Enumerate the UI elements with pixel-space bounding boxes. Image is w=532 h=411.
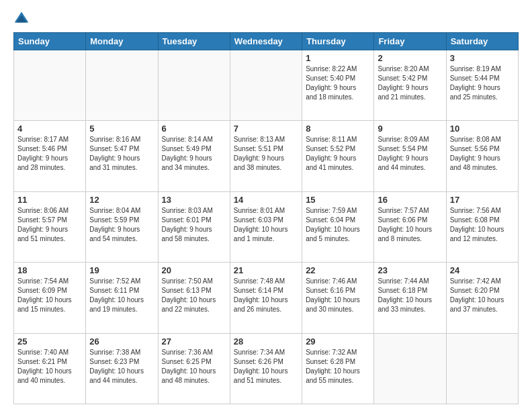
calendar-cell: 17Sunrise: 7:56 AM Sunset: 6:08 PM Dayli…: [446, 191, 518, 262]
calendar-week-1: 1Sunrise: 8:22 AM Sunset: 5:40 PM Daylig…: [14, 50, 519, 121]
calendar-cell: 28Sunrise: 7:34 AM Sunset: 6:26 PM Dayli…: [230, 333, 302, 404]
day-info: Sunrise: 8:03 AM Sunset: 6:01 PM Dayligh…: [162, 206, 226, 244]
calendar-cell: 14Sunrise: 8:01 AM Sunset: 6:03 PM Dayli…: [230, 191, 302, 262]
logo: [13, 11, 32, 27]
calendar-cell: 8Sunrise: 8:11 AM Sunset: 5:52 PM Daylig…: [302, 121, 374, 191]
day-info: Sunrise: 8:22 AM Sunset: 5:40 PM Dayligh…: [306, 64, 370, 102]
day-number: 29: [306, 336, 370, 347]
calendar-cell: [158, 50, 230, 121]
calendar-cell: 4Sunrise: 8:17 AM Sunset: 5:46 PM Daylig…: [14, 121, 86, 191]
weekday-header-thursday: Thursday: [302, 33, 374, 50]
day-number: 27: [162, 336, 226, 347]
day-number: 18: [17, 265, 82, 275]
weekday-header-wednesday: Wednesday: [230, 33, 302, 50]
day-number: 6: [162, 124, 226, 134]
calendar-cell: 27Sunrise: 7:36 AM Sunset: 6:25 PM Dayli…: [158, 333, 230, 404]
day-number: 24: [450, 265, 515, 275]
logo-icon: [13, 11, 30, 27]
day-number: 10: [450, 124, 515, 134]
calendar-cell: 9Sunrise: 8:09 AM Sunset: 5:54 PM Daylig…: [374, 121, 446, 191]
day-info: Sunrise: 7:40 AM Sunset: 6:21 PM Dayligh…: [17, 348, 82, 385]
calendar-cell: [86, 50, 158, 121]
day-number: 25: [17, 336, 82, 347]
calendar-cell: [374, 333, 446, 404]
day-number: 20: [162, 265, 226, 275]
calendar-cell: 12Sunrise: 8:04 AM Sunset: 5:59 PM Dayli…: [86, 191, 158, 262]
day-info: Sunrise: 7:36 AM Sunset: 6:25 PM Dayligh…: [162, 348, 226, 385]
day-number: 23: [378, 265, 442, 275]
calendar-cell: [230, 50, 302, 121]
day-info: Sunrise: 8:17 AM Sunset: 5:46 PM Dayligh…: [17, 135, 82, 173]
day-info: Sunrise: 8:08 AM Sunset: 5:56 PM Dayligh…: [450, 135, 515, 173]
calendar-cell: 10Sunrise: 8:08 AM Sunset: 5:56 PM Dayli…: [446, 121, 518, 191]
weekday-header-sunday: Sunday: [14, 33, 86, 50]
calendar-cell: 1Sunrise: 8:22 AM Sunset: 5:40 PM Daylig…: [302, 50, 374, 121]
calendar-cell: 2Sunrise: 8:20 AM Sunset: 5:42 PM Daylig…: [374, 50, 446, 121]
calendar-cell: [14, 50, 86, 121]
day-number: 22: [306, 265, 370, 275]
day-info: Sunrise: 8:09 AM Sunset: 5:54 PM Dayligh…: [378, 135, 442, 173]
day-number: 15: [306, 195, 370, 205]
day-number: 11: [17, 195, 82, 205]
day-info: Sunrise: 8:06 AM Sunset: 5:57 PM Dayligh…: [17, 206, 82, 244]
calendar-cell: 21Sunrise: 7:48 AM Sunset: 6:14 PM Dayli…: [230, 263, 302, 333]
day-number: 4: [17, 124, 82, 134]
calendar-cell: 19Sunrise: 7:52 AM Sunset: 6:11 PM Dayli…: [86, 263, 158, 333]
day-info: Sunrise: 7:59 AM Sunset: 6:04 PM Dayligh…: [306, 206, 370, 244]
day-info: Sunrise: 8:19 AM Sunset: 5:44 PM Dayligh…: [450, 64, 515, 102]
weekday-header-saturday: Saturday: [446, 33, 518, 50]
calendar-table: SundayMondayTuesdayWednesdayThursdayFrid…: [13, 32, 519, 404]
calendar-cell: 13Sunrise: 8:03 AM Sunset: 6:01 PM Dayli…: [158, 191, 230, 262]
calendar-cell: 18Sunrise: 7:54 AM Sunset: 6:09 PM Dayli…: [14, 263, 86, 333]
calendar-cell: 15Sunrise: 7:59 AM Sunset: 6:04 PM Dayli…: [302, 191, 374, 262]
calendar-cell: 24Sunrise: 7:42 AM Sunset: 6:20 PM Dayli…: [446, 263, 518, 333]
day-info: Sunrise: 8:01 AM Sunset: 6:03 PM Dayligh…: [234, 206, 298, 244]
day-info: Sunrise: 8:20 AM Sunset: 5:42 PM Dayligh…: [378, 64, 442, 102]
day-info: Sunrise: 8:04 AM Sunset: 5:59 PM Dayligh…: [89, 206, 154, 244]
day-number: 7: [234, 124, 298, 134]
day-number: 13: [162, 195, 226, 205]
weekday-header-monday: Monday: [86, 33, 158, 50]
calendar-cell: 3Sunrise: 8:19 AM Sunset: 5:44 PM Daylig…: [446, 50, 518, 121]
calendar-cell: 6Sunrise: 8:14 AM Sunset: 5:49 PM Daylig…: [158, 121, 230, 191]
day-info: Sunrise: 7:34 AM Sunset: 6:26 PM Dayligh…: [234, 348, 298, 385]
weekday-header-tuesday: Tuesday: [158, 33, 230, 50]
calendar-cell: 16Sunrise: 7:57 AM Sunset: 6:06 PM Dayli…: [374, 191, 446, 262]
day-number: 8: [306, 124, 370, 134]
day-info: Sunrise: 8:11 AM Sunset: 5:52 PM Dayligh…: [306, 135, 370, 173]
day-number: 26: [89, 336, 154, 347]
day-info: Sunrise: 7:48 AM Sunset: 6:14 PM Dayligh…: [234, 277, 298, 314]
day-info: Sunrise: 8:14 AM Sunset: 5:49 PM Dayligh…: [162, 135, 226, 173]
day-info: Sunrise: 7:44 AM Sunset: 6:18 PM Dayligh…: [378, 277, 442, 314]
calendar-cell: 29Sunrise: 7:32 AM Sunset: 6:28 PM Dayli…: [302, 333, 374, 404]
day-info: Sunrise: 7:46 AM Sunset: 6:16 PM Dayligh…: [306, 277, 370, 314]
calendar-week-4: 18Sunrise: 7:54 AM Sunset: 6:09 PM Dayli…: [14, 263, 519, 333]
page: SundayMondayTuesdayWednesdayThursdayFrid…: [0, 0, 532, 411]
weekday-header-friday: Friday: [374, 33, 446, 50]
day-info: Sunrise: 8:13 AM Sunset: 5:51 PM Dayligh…: [234, 135, 298, 173]
day-number: 28: [234, 336, 298, 347]
calendar-cell: 5Sunrise: 8:16 AM Sunset: 5:47 PM Daylig…: [86, 121, 158, 191]
day-info: Sunrise: 8:16 AM Sunset: 5:47 PM Dayligh…: [89, 135, 154, 173]
calendar-week-3: 11Sunrise: 8:06 AM Sunset: 5:57 PM Dayli…: [14, 191, 519, 262]
day-number: 3: [450, 53, 515, 63]
calendar-cell: 25Sunrise: 7:40 AM Sunset: 6:21 PM Dayli…: [14, 333, 86, 404]
calendar-cell: 20Sunrise: 7:50 AM Sunset: 6:13 PM Dayli…: [158, 263, 230, 333]
calendar-cell: 11Sunrise: 8:06 AM Sunset: 5:57 PM Dayli…: [14, 191, 86, 262]
day-number: 19: [89, 265, 154, 275]
day-number: 2: [378, 53, 442, 63]
day-info: Sunrise: 7:42 AM Sunset: 6:20 PM Dayligh…: [450, 277, 515, 314]
calendar-cell: [446, 333, 518, 404]
day-number: 14: [234, 195, 298, 205]
calendar-cell: 26Sunrise: 7:38 AM Sunset: 6:23 PM Dayli…: [86, 333, 158, 404]
day-info: Sunrise: 7:56 AM Sunset: 6:08 PM Dayligh…: [450, 206, 515, 244]
day-info: Sunrise: 7:32 AM Sunset: 6:28 PM Dayligh…: [306, 348, 370, 385]
calendar-cell: 22Sunrise: 7:46 AM Sunset: 6:16 PM Dayli…: [302, 263, 374, 333]
day-number: 1: [306, 53, 370, 63]
calendar-cell: 23Sunrise: 7:44 AM Sunset: 6:18 PM Dayli…: [374, 263, 446, 333]
day-number: 17: [450, 195, 515, 205]
calendar-week-2: 4Sunrise: 8:17 AM Sunset: 5:46 PM Daylig…: [14, 121, 519, 191]
day-info: Sunrise: 7:50 AM Sunset: 6:13 PM Dayligh…: [162, 277, 226, 314]
top-section: [13, 11, 519, 27]
day-info: Sunrise: 7:57 AM Sunset: 6:06 PM Dayligh…: [378, 206, 442, 244]
